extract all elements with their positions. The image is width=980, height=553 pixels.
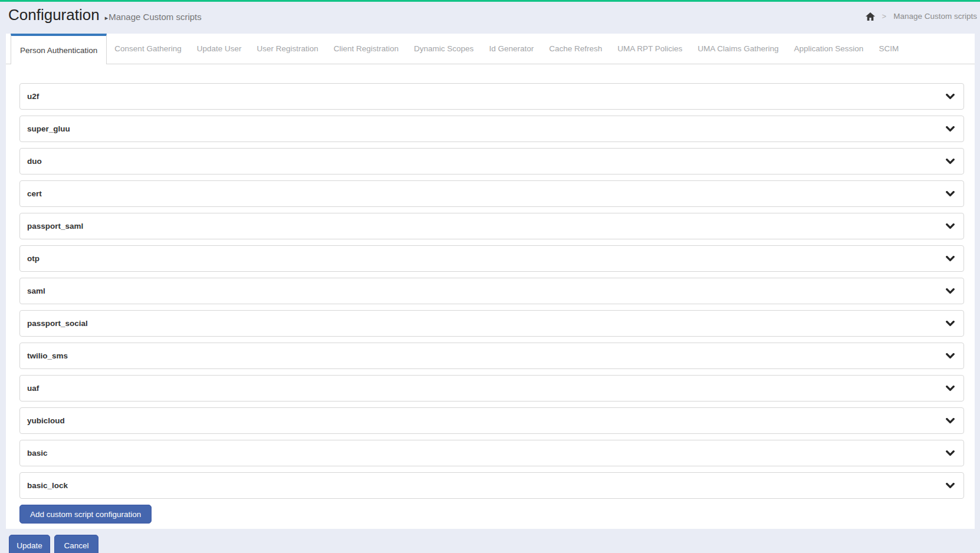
tab-scim[interactable]: SCIM	[871, 34, 906, 64]
accordion-panel-passport-social[interactable]: passport_social	[19, 310, 964, 337]
chevron-down-icon[interactable]	[946, 483, 955, 489]
accordion-panel-yubicloud[interactable]: yubicloud	[19, 407, 964, 434]
tab-bar: Person Authentication Consent Gathering …	[6, 34, 975, 64]
breadcrumb-current: Manage Custom scripts	[893, 12, 977, 21]
chevron-down-icon[interactable]	[946, 418, 955, 424]
panel-title: basic_lock	[27, 481, 68, 490]
add-custom-script-button[interactable]: Add custom script configuration	[19, 505, 152, 524]
chevron-down-icon[interactable]	[946, 353, 955, 359]
chevron-down-icon[interactable]	[946, 450, 955, 456]
panel-title: saml	[27, 287, 45, 295]
accordion-panel-duo[interactable]: duo	[19, 148, 964, 175]
panel-title: twilio_sms	[27, 351, 68, 360]
home-icon[interactable]	[866, 12, 875, 21]
tab-cache-refresh[interactable]: Cache Refresh	[541, 34, 610, 64]
accordion-panel-cert[interactable]: cert	[19, 180, 964, 207]
accordion-panel-twilio-sms[interactable]: twilio_sms	[19, 343, 964, 369]
tab-uma-rpt-policies[interactable]: UMA RPT Policies	[610, 34, 690, 64]
accordion-panel-basic[interactable]: basic	[19, 440, 964, 466]
cancel-button[interactable]: Cancel	[54, 535, 98, 553]
accordion-panel-super-gluu[interactable]: super_gluu	[19, 116, 964, 142]
page-subtitle: ▸Manage Custom scripts	[105, 12, 202, 22]
breadcrumb: > Manage Custom scripts	[866, 12, 977, 21]
update-button[interactable]: Update	[9, 535, 50, 553]
page-subtitle-label: Manage Custom scripts	[108, 12, 202, 22]
chevron-down-icon[interactable]	[946, 386, 955, 391]
tab-uma-claims-gathering[interactable]: UMA Claims Gathering	[690, 34, 786, 64]
page-title: Configuration	[8, 6, 100, 24]
top-accent-bar	[0, 0, 980, 2]
panel-title: super_gluu	[27, 124, 70, 133]
panel-title: cert	[27, 189, 42, 198]
tab-application-session[interactable]: Application Session	[787, 34, 872, 64]
tab-person-authentication[interactable]: Person Authentication	[11, 34, 107, 64]
accordion-panel-saml[interactable]: saml	[19, 278, 964, 304]
tab-user-registration[interactable]: User Registration	[249, 34, 325, 64]
panel-title: otp	[27, 254, 40, 263]
chevron-down-icon[interactable]	[946, 256, 955, 262]
accordion-panel-uaf[interactable]: uaf	[19, 375, 964, 401]
accordion-panel-passport-saml[interactable]: passport_saml	[19, 213, 964, 239]
accordion-list: u2f super_gluu duo cert passport_saml ot…	[6, 64, 975, 524]
chevron-down-icon[interactable]	[946, 126, 955, 132]
tab-client-registration[interactable]: Client Registration	[326, 34, 406, 64]
chevron-down-icon[interactable]	[946, 321, 955, 327]
tab-consent-gathering[interactable]: Consent Gathering	[107, 34, 189, 64]
content-sheet: Person Authentication Consent Gathering …	[6, 34, 975, 529]
chevron-down-icon[interactable]	[946, 94, 955, 100]
panel-title: duo	[27, 157, 42, 166]
chevron-down-icon[interactable]	[946, 191, 955, 197]
chevron-down-icon[interactable]	[946, 288, 955, 294]
panel-title: passport_social	[27, 319, 88, 328]
chevron-down-icon[interactable]	[946, 223, 955, 229]
panel-title: passport_saml	[27, 222, 83, 231]
page-header: Configuration ▸Manage Custom scripts	[8, 6, 202, 24]
chevron-down-icon[interactable]	[946, 159, 955, 164]
breadcrumb-arrow-icon: ▸	[105, 14, 108, 21]
panel-title: yubicloud	[27, 416, 65, 425]
accordion-panel-basic-lock[interactable]: basic_lock	[19, 472, 964, 499]
panel-title: u2f	[27, 92, 39, 101]
panel-title: uaf	[27, 384, 39, 393]
tab-update-user[interactable]: Update User	[189, 34, 249, 64]
tab-id-generator[interactable]: Id Generator	[481, 34, 541, 64]
accordion-panel-u2f[interactable]: u2f	[19, 83, 964, 110]
tab-dynamic-scopes[interactable]: Dynamic Scopes	[406, 34, 481, 64]
breadcrumb-separator: >	[882, 12, 887, 21]
accordion-panel-otp[interactable]: otp	[19, 245, 964, 272]
panel-title: basic	[27, 449, 48, 457]
